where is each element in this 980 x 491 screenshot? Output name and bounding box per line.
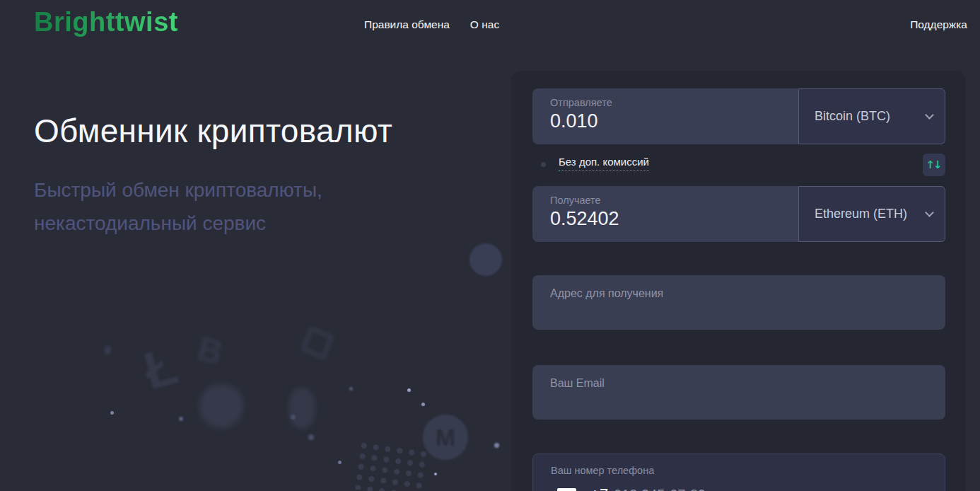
send-currency-select[interactable]: Bitcoin (BTC) [798, 88, 945, 144]
email-input[interactable] [532, 365, 945, 390]
arrow-down-icon: ↓ [933, 158, 943, 171]
main-nav: Правила обмена О нас [364, 18, 499, 31]
bg-blob [288, 388, 315, 429]
address-input[interactable] [532, 275, 945, 300]
email-field-box [532, 365, 945, 420]
bg-bubble [199, 384, 243, 428]
nav-link-exchange-rules[interactable]: Правила обмена [364, 18, 450, 31]
receive-currency-select[interactable]: Ethereum (ETH) [798, 186, 945, 242]
fee-row: Без доп. комиссий ↑ ↓ [532, 154, 945, 177]
hero-section: Обменник криптовалют Быстрый обмен крипт… [34, 112, 501, 240]
bg-bitcoin-icon: B [194, 329, 227, 373]
chevron-down-icon [925, 110, 934, 120]
send-row: Отправляете Bitcoin (BTC) [532, 88, 945, 144]
bg-hex-dot-cluster [352, 439, 429, 491]
bg-bubble [469, 243, 502, 276]
fee-note-link[interactable]: Без доп. комиссий [559, 156, 649, 171]
hero-subtitle-line1: Быстрый обмен криптовалюты, [34, 173, 501, 207]
nav-link-about[interactable]: О нас [470, 18, 499, 31]
address-field-box [532, 275, 945, 330]
russia-flag-icon[interactable] [557, 488, 576, 491]
bg-dot [105, 346, 111, 354]
nav-link-support[interactable]: Поддержка [910, 18, 967, 31]
bg-dot [494, 443, 499, 448]
bg-dot [308, 434, 314, 440]
phone-country-code: +7 [590, 485, 608, 491]
fee-bullet-dot [541, 162, 546, 167]
bg-dot [179, 417, 183, 421]
header: Brighttwist Правила обмена О нас Поддерж… [0, 0, 980, 51]
hero-subtitle: Быстрый обмен криптовалюты, некастодиаль… [34, 173, 501, 240]
bg-square-shape [300, 325, 334, 360]
bg-dot [291, 415, 296, 420]
receive-currency-value: Ethereum (ETH) [815, 207, 907, 221]
chevron-down-icon [925, 208, 934, 217]
bg-monero-icon: M [423, 415, 468, 460]
receive-amount-input[interactable] [550, 208, 774, 230]
bg-dot [338, 461, 342, 464]
bg-litecoin-icon: Ł [138, 335, 183, 401]
hero-subtitle-line2: некастодиальный сервис [34, 207, 501, 240]
send-currency-value: Bitcoin (BTC) [815, 109, 890, 124]
bg-dot [407, 388, 411, 392]
send-amount-box: Отправляете [532, 88, 798, 144]
bg-dot [110, 411, 114, 415]
phone-label: Ваш номер телефона [551, 465, 945, 476]
swap-currencies-button[interactable]: ↑ ↓ [923, 154, 945, 176]
receive-label: Получаете [550, 195, 798, 206]
send-label: Отправляете [550, 97, 798, 108]
page-title: Обменник криптовалют [34, 112, 501, 150]
receive-row: Получаете Ethereum (ETH) [532, 186, 945, 242]
bg-dot [434, 473, 437, 475]
phone-row: ▾ +7 [557, 485, 945, 491]
send-amount-input[interactable] [550, 110, 774, 132]
receive-amount-box: Получаете [532, 186, 798, 242]
phone-number-input[interactable] [614, 487, 769, 491]
bg-dot [421, 403, 425, 406]
phone-field-box: Ваш номер телефона ▾ +7 [532, 454, 945, 491]
logo[interactable]: Brighttwist [34, 7, 178, 37]
exchange-form-panel: Отправляете Bitcoin (BTC) Без доп. комис… [511, 71, 966, 491]
bg-dot [349, 387, 353, 391]
